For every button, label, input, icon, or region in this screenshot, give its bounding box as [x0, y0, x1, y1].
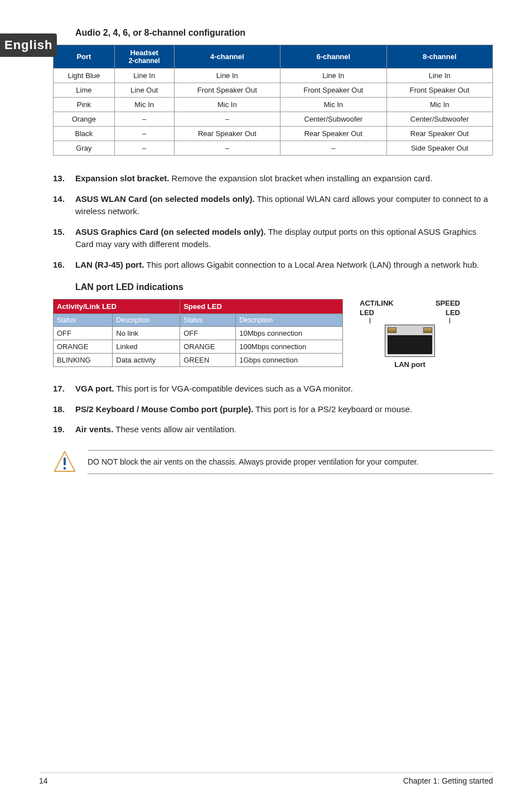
item-text: This port is for VGA-compatible devices …: [114, 384, 352, 393]
audio-config-heading: Audio 2, 4, 6, or 8-channel configuratio…: [75, 28, 493, 38]
page-number: 14: [39, 776, 48, 785]
lan-port-caption: LAN port: [360, 360, 460, 369]
lan-tbody: OFFNo linkOFF10Mbps connectionORANGELink…: [54, 327, 343, 367]
list-item: 16.LAN (RJ-45) port. This port allows Gi…: [53, 259, 493, 272]
table-cell: GREEN: [180, 354, 236, 367]
page-footer: 14 Chapter 1: Getting started: [39, 772, 493, 785]
audio-th-headset-l1: Headset: [130, 49, 158, 57]
lan-sub-desc2: Description: [236, 314, 343, 327]
table-cell: Black: [54, 127, 115, 141]
item-bold: ASUS Graphics Card (on selected models o…: [75, 227, 266, 236]
table-cell: –: [174, 141, 280, 156]
item-body: Expansion slot bracket. Remove the expan…: [75, 172, 493, 185]
list-item: 13.Expansion slot bracket. Remove the ex…: [53, 172, 493, 185]
table-cell: Front Speaker Out: [280, 83, 386, 98]
table-cell: Line In: [174, 69, 280, 83]
table-cell: 1Gbps connection: [236, 354, 343, 367]
table-row: LimeLine OutFront Speaker OutFront Speak…: [54, 83, 493, 98]
feature-list-a: 13.Expansion slot bracket. Remove the ex…: [53, 172, 493, 271]
lan-sub-status2: Status: [180, 314, 236, 327]
table-cell: Line Out: [114, 83, 174, 98]
item-body: PS/2 Keyboard / Mouse Combo port (purple…: [75, 403, 493, 416]
item-body: ASUS Graphics Card (on selected models o…: [75, 226, 493, 251]
lan-port-icon: [385, 325, 435, 357]
list-item: 14.ASUS WLAN Card (on selected models on…: [53, 193, 493, 218]
warning-icon: [53, 450, 76, 474]
table-cell: Lime: [54, 83, 115, 98]
table-cell: –: [280, 141, 386, 156]
table-row: OFFNo linkOFF10Mbps connection: [54, 327, 343, 340]
lan-label-speed: SPEED: [436, 299, 460, 307]
lan-sub-desc1: Description: [113, 314, 180, 327]
table-cell: –: [174, 112, 280, 127]
item-number: 17.: [53, 383, 75, 395]
item-text: This port is for a PS/2 keyboard or mous…: [253, 404, 412, 414]
item-number: 16.: [53, 259, 75, 272]
lan-sub-status1: Status: [54, 314, 113, 327]
table-cell: Mic In: [174, 98, 280, 112]
table-cell: No link: [113, 327, 180, 340]
item-number: 13.: [53, 172, 75, 185]
item-bold: VGA port.: [75, 384, 114, 393]
item-bold: Air vents.: [75, 424, 113, 434]
item-body: VGA port. This port is for VGA-compatibl…: [75, 383, 493, 395]
table-cell: Orange: [54, 112, 115, 127]
item-number: 19.: [53, 423, 75, 436]
item-number: 18.: [53, 403, 75, 416]
list-item: 19.Air vents. These vents allow air vent…: [53, 423, 493, 436]
caution-note: DO NOT block the air vents on the chassi…: [53, 450, 493, 474]
chapter-title: Chapter 1: Getting started: [403, 776, 493, 785]
table-cell: Front Speaker Out: [174, 83, 280, 98]
language-tab-text: English: [4, 39, 52, 51]
item-body: ASUS WLAN Card (on selected models only)…: [75, 193, 493, 218]
lan-label-led2: LED: [446, 308, 460, 317]
audio-th-4ch: 4-channel: [174, 45, 280, 69]
lan-label-led1: LED: [360, 308, 374, 317]
table-cell: Linked: [113, 340, 180, 354]
table-cell: Data activity: [113, 354, 180, 367]
rj45-jack-icon: [388, 335, 432, 354]
table-row: Black–Rear Speaker OutRear Speaker OutRe…: [54, 127, 493, 141]
table-cell: Line In: [386, 69, 493, 83]
table-row: Gray–––Side Speaker Out: [54, 141, 493, 156]
svg-point-2: [64, 467, 66, 470]
svg-rect-1: [64, 457, 66, 465]
audio-th-port: Port: [54, 45, 115, 69]
table-cell: Side Speaker Out: [386, 141, 493, 156]
item-bold: LAN (RJ-45) port.: [75, 260, 144, 269]
table-row: Orange––Center/SubwooferCenter/Subwoofer: [54, 112, 493, 127]
table-row: BLINKINGData activityGREEN1Gbps connecti…: [54, 354, 343, 367]
feature-list-b: 17.VGA port. This port is for VGA-compat…: [53, 383, 493, 436]
lan-label-actlink: ACT/LINK: [360, 299, 394, 307]
table-cell: Pink: [54, 98, 115, 112]
table-cell: Line In: [280, 69, 386, 83]
table-cell: Gray: [54, 141, 115, 156]
speed-led-icon: [423, 327, 432, 333]
table-cell: –: [114, 112, 174, 127]
table-cell: Rear Speaker Out: [280, 127, 386, 141]
table-cell: –: [114, 127, 174, 141]
item-number: 15.: [53, 226, 75, 251]
lan-led-heading: LAN port LED indications: [75, 282, 493, 292]
audio-th-6ch: 6-channel: [280, 45, 386, 69]
audio-th-8ch: 8-channel: [386, 45, 493, 69]
audio-th-headset: Headset 2-channel: [114, 45, 174, 69]
item-text: These vents allow air ventilation.: [113, 424, 236, 434]
list-item: 17.VGA port. This port is for VGA-compat…: [53, 383, 493, 395]
table-cell: Rear Speaker Out: [386, 127, 493, 141]
table-cell: Front Speaker Out: [386, 83, 493, 98]
lan-led-table: Activity/Link LED Speed LED Status Descr…: [53, 299, 343, 367]
table-cell: Rear Speaker Out: [174, 127, 280, 141]
table-row: PinkMic InMic InMic InMic In: [54, 98, 493, 112]
item-number: 14.: [53, 193, 75, 218]
audio-tbody: Light BlueLine InLine InLine InLine InLi…: [54, 69, 493, 156]
item-body: Air vents. These vents allow air ventila…: [75, 423, 493, 436]
table-cell: 10Mbps connection: [236, 327, 343, 340]
table-cell: Mic In: [114, 98, 174, 112]
table-cell: Center/Subwoofer: [386, 112, 493, 127]
table-cell: Mic In: [280, 98, 386, 112]
table-cell: BLINKING: [54, 354, 113, 367]
table-cell: –: [114, 141, 174, 156]
lan-th-speed: Speed LED: [180, 299, 343, 314]
lan-th-activity: Activity/Link LED: [54, 299, 180, 314]
